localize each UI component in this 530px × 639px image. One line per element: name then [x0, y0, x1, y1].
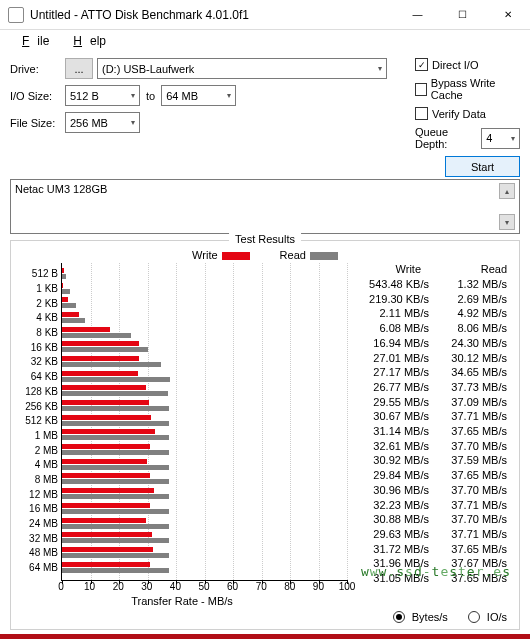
bar-read: [62, 318, 85, 323]
bar-write: [62, 444, 150, 449]
cell-read: 37.73 MB/s: [429, 380, 507, 395]
chevron-down-icon: ▾: [378, 64, 382, 73]
description-textbox[interactable]: Netac UM3 128GB ▴ ▾: [10, 179, 520, 234]
y-tick-label: 8 KB: [14, 327, 58, 338]
cell-read: 37.65 MB/s: [429, 424, 507, 439]
units-bytes-radio[interactable]: Bytes/s: [393, 611, 448, 623]
bar-read: [62, 347, 148, 352]
y-tick-label: 512 B: [14, 268, 58, 279]
table-row: 16.94 MB/s24.30 MB/s: [351, 336, 513, 351]
file-size-select[interactable]: 256 MB▾: [65, 112, 140, 133]
cell-read: 4.92 MB/s: [429, 306, 507, 321]
table-row: 27.17 MB/s34.65 MB/s: [351, 365, 513, 380]
footer-banner: ATTO Storage and Network Connectivity Ex…: [0, 634, 530, 639]
minimize-button[interactable]: —: [395, 0, 440, 29]
units-ios-radio[interactable]: IO/s: [468, 611, 507, 623]
chevron-down-icon: ▾: [227, 91, 231, 100]
io-size-to-select[interactable]: 64 MB▾: [161, 85, 236, 106]
browse-button[interactable]: ...: [65, 58, 93, 79]
bar-write: [62, 283, 63, 288]
cell-write: 16.94 MB/s: [351, 336, 429, 351]
cell-write: 30.92 MB/s: [351, 453, 429, 468]
bar-write: [62, 415, 151, 420]
chart-row: 16 KB: [62, 339, 347, 354]
verify-data-checkbox[interactable]: Verify Data: [415, 107, 520, 120]
bar-read: [62, 333, 131, 338]
y-tick-label: 64 KB: [14, 371, 58, 382]
chart-row: 1 MB: [62, 428, 347, 443]
table-row: 30.96 MB/s37.70 MB/s: [351, 483, 513, 498]
cell-read: 37.67 MB/s: [429, 556, 507, 571]
cell-read: 37.70 MB/s: [429, 512, 507, 527]
queue-depth-select[interactable]: 4▾: [481, 128, 520, 149]
y-tick-label: 2 MB: [14, 444, 58, 455]
cell-write: 31.96 MB/s: [351, 556, 429, 571]
col-write: Write: [353, 263, 421, 275]
bar-read: [62, 362, 161, 367]
y-tick-label: 8 MB: [14, 473, 58, 484]
close-button[interactable]: ✕: [485, 0, 530, 29]
y-tick-label: 16 KB: [14, 341, 58, 352]
bar-write: [62, 518, 146, 523]
table-row: 30.92 MB/s37.59 MB/s: [351, 453, 513, 468]
cell-read: 1.32 MB/s: [429, 277, 507, 292]
bar-read: [62, 303, 76, 308]
table-row: 543.48 KB/s1.32 MB/s: [351, 277, 513, 292]
cell-write: 31.14 MB/s: [351, 424, 429, 439]
bar-read: [62, 524, 169, 529]
scroll-down-button[interactable]: ▾: [499, 214, 515, 230]
chart-row: 64 KB: [62, 369, 347, 384]
cell-write: 29.84 MB/s: [351, 468, 429, 483]
legend-read: Read: [280, 249, 338, 261]
cell-read: 37.65 MB/s: [429, 468, 507, 483]
y-tick-label: 256 KB: [14, 400, 58, 411]
bypass-cache-checkbox[interactable]: Bypass Write Cache: [415, 77, 520, 101]
cell-write: 6.08 MB/s: [351, 321, 429, 336]
cell-write: 30.67 MB/s: [351, 409, 429, 424]
bar-read: [62, 568, 169, 573]
y-tick-label: 16 MB: [14, 503, 58, 514]
menu-file[interactable]: File: [6, 32, 57, 50]
y-tick-label: 64 MB: [14, 562, 58, 573]
chart-row: 64 MB: [62, 560, 347, 575]
chart-row: 2 KB: [62, 295, 347, 310]
cell-read: 37.59 MB/s: [429, 453, 507, 468]
chart: 512 B1 KB2 KB4 KB8 KB16 KB32 KB64 KB128 …: [13, 263, 351, 607]
cell-read: 37.71 MB/s: [429, 409, 507, 424]
chart-row: 8 KB: [62, 325, 347, 340]
cell-read: 34.65 MB/s: [429, 365, 507, 380]
bar-write: [62, 488, 154, 493]
y-tick-label: 128 KB: [14, 385, 58, 396]
bar-read: [62, 289, 70, 294]
maximize-button[interactable]: ☐: [440, 0, 485, 29]
io-size-from-select[interactable]: 512 B▾: [65, 85, 140, 106]
cell-read: 37.65 MB/s: [429, 542, 507, 557]
cell-read: 37.71 MB/s: [429, 527, 507, 542]
direct-io-checkbox[interactable]: ✓ Direct I/O: [415, 58, 520, 71]
bar-read: [62, 509, 169, 514]
table-row: 31.05 MB/s37.65 MB/s: [351, 571, 513, 586]
file-size-label: File Size:: [10, 117, 65, 129]
start-button[interactable]: Start: [445, 156, 520, 177]
io-to-label: to: [146, 90, 155, 102]
bar-write: [62, 473, 150, 478]
cell-write: 31.72 MB/s: [351, 542, 429, 557]
bar-write: [62, 429, 155, 434]
drive-select[interactable]: (D:) USB-Laufwerk▾: [97, 58, 387, 79]
bar-write: [62, 503, 150, 508]
queue-depth-label: Queue Depth:: [415, 126, 471, 150]
cell-write: 27.01 MB/s: [351, 351, 429, 366]
cell-read: 2.69 MB/s: [429, 292, 507, 307]
col-read: Read: [439, 263, 507, 275]
scroll-up-button[interactable]: ▴: [499, 183, 515, 199]
menu-help[interactable]: Help: [57, 32, 114, 50]
bar-write: [62, 341, 139, 346]
table-row: 6.08 MB/s8.06 MB/s: [351, 321, 513, 336]
table-row: 27.01 MB/s30.12 MB/s: [351, 351, 513, 366]
bar-write: [62, 547, 153, 552]
chart-row: 24 MB: [62, 516, 347, 531]
bar-read: [62, 435, 169, 440]
app-icon: [8, 7, 24, 23]
cell-read: 37.65 MB/s: [429, 571, 507, 586]
io-size-label: I/O Size:: [10, 90, 65, 102]
